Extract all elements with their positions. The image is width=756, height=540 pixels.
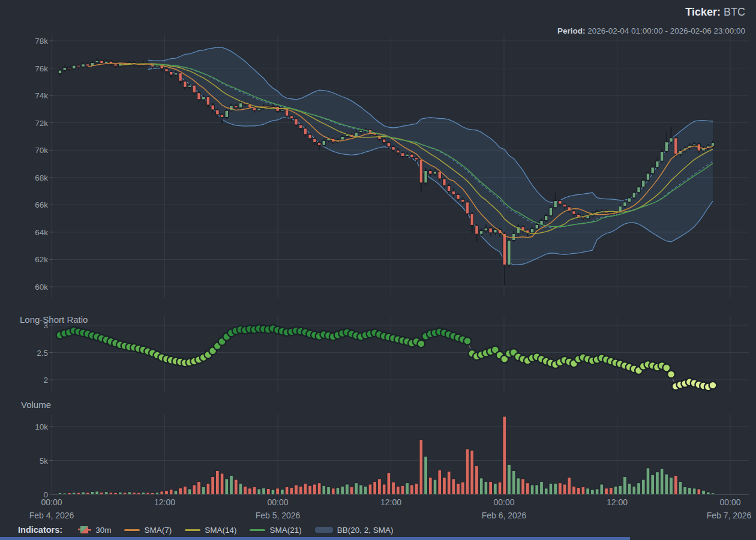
chart-canvas[interactable]: 78k76k74k72k70k68k66k64k62k60k32.5210k5k… — [0, 0, 756, 540]
axis-tick-label: 66k — [35, 200, 48, 209]
axis-tick-label: Feb 4, 2026 — [29, 511, 74, 520]
legend-item-label: BB(20, 2, SMA) — [337, 526, 394, 535]
axis-tick-label: Feb 5, 2026 — [256, 511, 301, 520]
axis-tick-label: 00:00 — [41, 497, 62, 507]
legend-item-label: 30m — [95, 526, 111, 535]
line-swatch-icon — [250, 529, 265, 531]
legend-item-bb-20-2-sma-: BB(20, 2, SMA) — [315, 526, 394, 535]
ticker-header: Ticker: BTC — [685, 6, 745, 19]
axis-tick-label: 68k — [35, 173, 48, 182]
axis-tick-label: 70k — [35, 146, 48, 155]
axis-tick-label: 10k — [35, 422, 48, 431]
legend-item-sma-21-: SMA(21) — [250, 526, 301, 535]
axis-labels: 78k76k74k72k70k68k66k64k62k60k32.5210k5k… — [29, 37, 752, 520]
axis-tick-label: 2.5 — [37, 349, 48, 358]
period-header: Period: 2026-02-04 01:00:00 - 2026-02-06… — [557, 26, 745, 35]
volume-bars — [58, 416, 715, 494]
ticker-value: BTC — [724, 6, 745, 18]
legend-item-label: SMA(14) — [205, 526, 236, 535]
axis-tick-label: 62k — [35, 255, 48, 264]
legend-item-sma-7-: SMA(7) — [124, 526, 172, 535]
period-label: Period: — [557, 26, 586, 35]
line-swatch-icon — [124, 529, 140, 531]
axis-tick-label: 78k — [35, 37, 48, 46]
axis-tick-label: Feb 7, 2026 — [707, 511, 752, 520]
indicators-legend: Indicators: 30mSMA(7)SMA(14)SMA(21)BB(20… — [18, 525, 393, 535]
axis-tick-label: Feb 6, 2026 — [482, 511, 527, 520]
indicators-label: Indicators: — [18, 525, 62, 535]
axis-tick-label: 2 — [43, 376, 48, 385]
axis-tick-label: 74k — [35, 91, 48, 100]
legend-item-label: SMA(7) — [144, 526, 172, 535]
axis-tick-label: 00:00 — [719, 497, 740, 507]
axis-tick-label: 12:00 — [380, 497, 401, 507]
ratio-panel-title: Long-Short Ratio — [20, 314, 88, 325]
legend-item-30m: 30m — [78, 526, 111, 535]
volume-panel-title: Volume — [21, 400, 51, 410]
axis-tick-label: 72k — [35, 119, 48, 128]
gridlines — [52, 35, 749, 494]
axis-tick-label: 12:00 — [607, 497, 628, 507]
axis-tick-label: 00:00 — [493, 497, 514, 507]
axis-tick-label: 00:00 — [267, 497, 288, 507]
bottom-accent-bar — [0, 537, 630, 540]
candlesticks — [58, 58, 715, 285]
candle-swatch-icon — [78, 526, 91, 534]
axis-tick-label: 64k — [35, 228, 48, 237]
axis-tick-label: 76k — [35, 64, 48, 73]
ratio-dots — [56, 325, 717, 391]
ticker-label: Ticker: — [685, 6, 721, 18]
period-value: 2026-02-04 01:00:00 - 2026-02-06 23:00:0… — [587, 26, 745, 35]
axis-tick-label: 5k — [40, 457, 49, 466]
legend-item-sma-14-: SMA(14) — [185, 526, 236, 535]
legend-item-label: SMA(21) — [269, 526, 301, 535]
band-swatch-icon — [315, 527, 333, 533]
axis-tick-label: 12:00 — [154, 497, 175, 507]
axis-tick-label: 60k — [35, 283, 48, 292]
trading-dashboard: 78k76k74k72k70k68k66k64k62k60k32.5210k5k… — [0, 0, 756, 540]
line-swatch-icon — [185, 529, 200, 531]
